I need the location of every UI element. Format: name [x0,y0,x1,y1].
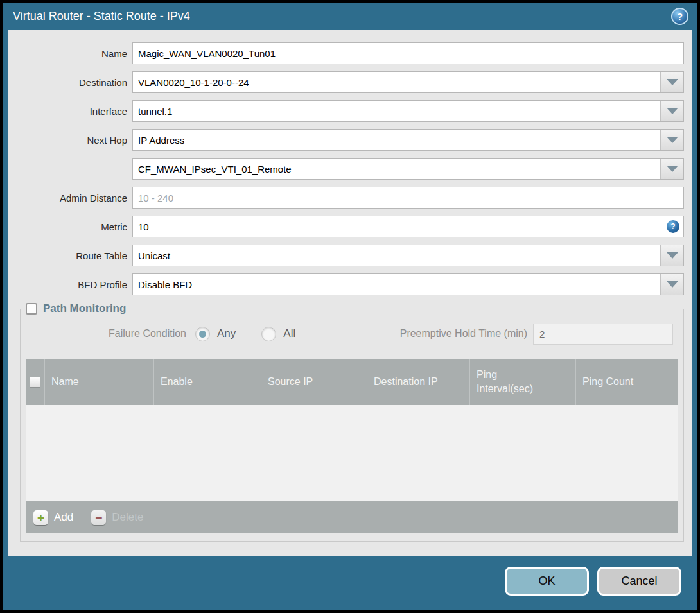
column-header-ping-interval: Ping Interval(sec) [469,359,575,405]
form-row-interface: Interface [8,100,692,122]
next-hop-address-input[interactable] [133,159,660,179]
destination-dropdown [132,71,684,93]
path-monitoring-legend: Path Monitoring [24,302,131,315]
form-row-bfd-profile: BFD Profile [8,273,692,295]
destination-dropdown-button[interactable] [660,72,683,92]
admin-distance-label: Admin Distance [8,193,132,203]
column-header-enable: Enable [153,359,261,405]
bfd-profile-dropdown-button[interactable] [660,274,683,295]
chevron-down-icon [667,166,678,172]
path-monitoring-section: Path Monitoring Failure Condition Any Al… [20,302,684,542]
delete-icon: − [91,510,106,525]
metric-label: Metric [8,221,132,232]
chevron-down-icon [667,137,678,143]
select-all-checkbox[interactable] [30,377,40,388]
name-input[interactable] [132,42,684,64]
delete-button[interactable]: − Delete [91,510,143,525]
path-monitoring-title: Path Monitoring [43,302,126,315]
preemptive-hold-time-input[interactable] [533,324,673,345]
column-header-destination-ip: Destination IP [367,359,469,405]
add-button-label: Add [54,511,73,524]
dialog-footer: OK Cancel [3,556,697,610]
failure-condition-all-radio[interactable] [261,327,276,341]
dialog-title: Virtual Router - Static Route - IPv4 [13,10,190,23]
help-icon[interactable]: ? [671,8,688,25]
table-header: Name Enable Source IP Destination IP Pin… [26,359,678,405]
static-route-dialog: Virtual Router - Static Route - IPv4 ? N… [3,3,697,610]
form-row-route-table: Route Table [8,245,692,266]
chevron-down-icon [667,79,678,85]
form-row-admin-distance: Admin Distance [8,187,692,209]
form-row-next-hop-address [8,158,692,180]
bfd-profile-dropdown [132,273,684,295]
path-monitoring-table: Name Enable Source IP Destination IP Pin… [26,359,678,533]
form-row-name: Name [8,42,692,64]
chevron-down-icon [667,252,678,259]
route-table-dropdown-button[interactable] [660,245,683,266]
chevron-down-icon [667,281,678,288]
failure-condition-all-label: All [283,327,295,340]
next-hop-type-input[interactable] [133,130,660,150]
preemptive-hold-time-label: Preemptive Hold Time (min) [400,328,527,340]
table-toolbar: + Add − Delete [26,501,678,533]
route-table-dropdown [132,245,684,266]
chevron-down-icon [667,108,678,114]
metric-help-icon[interactable]: ? [667,220,679,233]
delete-button-label: Delete [112,511,143,524]
failure-condition-any-label: Any [217,327,236,340]
column-header-name: Name [44,359,153,405]
next-hop-address-dropdown-button[interactable] [660,159,683,179]
form-row-next-hop: Next Hop [8,129,692,151]
failure-condition-row: Failure Condition Any All Preemptive Hol… [26,323,678,345]
destination-input[interactable] [133,72,660,92]
failure-condition-label: Failure Condition [26,328,186,340]
column-header-source-ip: Source IP [261,359,367,405]
path-monitoring-checkbox[interactable] [26,303,37,315]
interface-label: Interface [8,106,132,117]
interface-input[interactable] [133,101,660,121]
column-header-ping-count: Ping Count [575,359,678,405]
form-row-metric: Metric ? [8,216,692,237]
form-row-destination: Destination [8,71,692,93]
next-hop-label: Next Hop [8,135,132,146]
bfd-profile-input[interactable] [133,274,660,295]
failure-condition-any-radio[interactable] [195,327,210,341]
admin-distance-input[interactable] [132,187,684,209]
route-table-label: Route Table [8,250,132,261]
bfd-profile-label: BFD Profile [8,279,132,290]
next-hop-dropdown-button[interactable] [660,130,683,150]
next-hop-dropdown [132,129,684,151]
add-icon: + [33,510,48,525]
route-table-input[interactable] [133,245,660,266]
destination-label: Destination [8,77,132,88]
title-bar: Virtual Router - Static Route - IPv4 ? [3,3,697,30]
ok-button[interactable]: OK [505,567,589,596]
name-label: Name [8,48,132,59]
interface-dropdown [132,100,684,122]
interface-dropdown-button[interactable] [660,101,683,121]
next-hop-address-dropdown [132,158,684,180]
cancel-button[interactable]: Cancel [597,567,681,596]
dialog-content: Name Destination Interface [8,30,692,556]
metric-input[interactable] [132,216,684,237]
table-body-empty [26,405,678,501]
add-button[interactable]: + Add [33,510,73,525]
